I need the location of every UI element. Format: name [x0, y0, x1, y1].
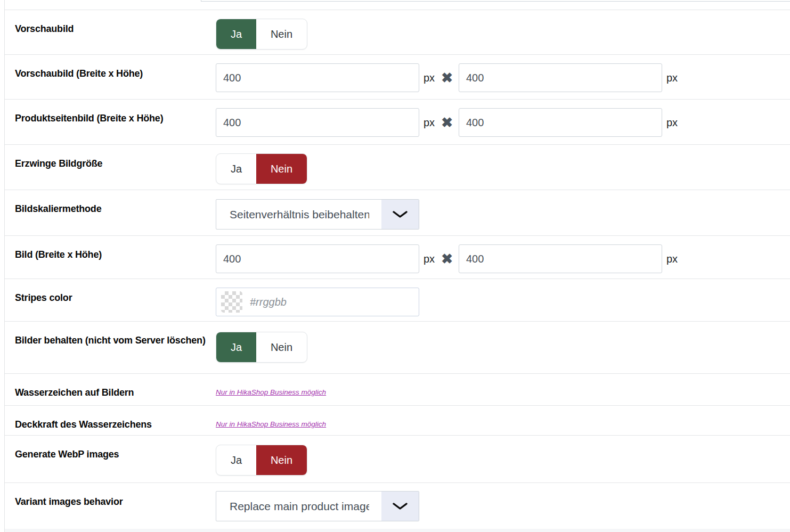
chevron-down-icon [381, 200, 419, 229]
stripes-color-field [216, 288, 419, 316]
unit-label: px [423, 117, 435, 129]
hikashop-image-settings-panel: Vorschaubild Ja Nein Vorschaubild (Breit… [0, 0, 790, 532]
unit-label: px [666, 72, 678, 84]
height-input[interactable] [459, 108, 662, 137]
unit-label: px [423, 253, 435, 265]
toggle-option-yes[interactable]: Ja [216, 445, 256, 475]
previous-setting-input-partial[interactable] [201, 0, 790, 2]
setting-label: Produktseitenbild (Breite x Höhe) [5, 100, 211, 144]
hikashop-business-link[interactable]: Nur in HikaShop Business möglich [216, 388, 326, 396]
setting-label: Variant images behavior [5, 483, 211, 529]
settings-row-vorschaubild: Vorschaubild Ja Nein [5, 10, 790, 55]
unit-label: px [423, 72, 435, 84]
x-icon: ✖ [441, 252, 453, 266]
yes-no-toggle[interactable]: Ja Nein [216, 332, 307, 363]
stripes-color-input[interactable] [242, 288, 419, 316]
width-input[interactable] [216, 63, 419, 92]
chevron-down-icon [381, 492, 419, 521]
scale-method-select[interactable]: Seitenverhältnis beibehalten [216, 199, 419, 230]
settings-row-produktseitenbild-size: Produktseitenbild (Breite x Höhe) px ✖ p… [5, 100, 790, 145]
setting-label: Bildskaliermethode [5, 190, 211, 235]
settings-row-stripes-color: Stripes color [5, 279, 790, 322]
setting-label: Vorschaubild [5, 10, 211, 54]
unit-label: px [666, 253, 678, 265]
hikashop-business-link[interactable]: Nur in HikaShop Business möglich [216, 420, 326, 428]
toggle-option-yes[interactable]: Ja [216, 19, 256, 49]
setting-label: Vorschaubild (Breite x Höhe) [5, 55, 211, 99]
settings-row-wasserzeichen: Wasserzeichen auf Bildern Nur in HikaSho… [5, 374, 790, 406]
settings-row-erzwinge-bildgroesse: Erzwinge Bildgröße Ja Nein [5, 145, 790, 190]
unit-label: px [666, 117, 678, 129]
setting-label: Wasserzeichen auf Bildern [5, 374, 211, 405]
next-section-edge [5, 529, 790, 532]
setting-label: Erzwinge Bildgröße [5, 145, 211, 190]
settings-row-bild-size: Bild (Breite x Höhe) px ✖ px [5, 236, 790, 279]
x-icon: ✖ [441, 116, 453, 129]
toggle-option-no[interactable]: Nein [256, 445, 307, 475]
yes-no-toggle[interactable]: Ja Nein [216, 153, 307, 184]
width-input[interactable] [216, 244, 419, 273]
toggle-option-yes[interactable]: Ja [216, 332, 256, 362]
yes-no-toggle[interactable]: Ja Nein [216, 19, 307, 50]
height-input[interactable] [459, 63, 662, 92]
settings-row-bildskaliermethode: Bildskaliermethode Seitenverhältnis beib… [5, 190, 790, 236]
setting-label: Generate WebP images [5, 436, 211, 482]
toggle-option-no[interactable]: Nein [256, 154, 307, 184]
select-value: Seitenverhältnis beibehalten [230, 208, 369, 221]
yes-no-toggle[interactable]: Ja Nein [216, 445, 307, 476]
setting-label: Stripes color [5, 279, 211, 321]
setting-label: Deckkraft des Wasserzeichens [5, 406, 211, 435]
settings-row-deckkraft-wasserzeichen: Deckkraft des Wasserzeichens Nur in Hika… [5, 406, 790, 436]
settings-row-bilder-behalten: Bilder behalten (nicht vom Server lösche… [5, 322, 790, 374]
setting-label: Bilder behalten (nicht vom Server lösche… [5, 322, 211, 373]
settings-row-variant-images: Variant images behavior Replace main pro… [5, 483, 790, 529]
toggle-option-no[interactable]: Nein [256, 332, 307, 362]
settings-row-generate-webp: Generate WebP images Ja Nein [5, 436, 790, 483]
toggle-option-yes[interactable]: Ja [216, 154, 256, 184]
setting-label: Bild (Breite x Höhe) [5, 236, 211, 279]
width-input[interactable] [216, 108, 419, 137]
select-value: Replace main product image [230, 500, 369, 513]
x-icon: ✖ [441, 71, 453, 85]
previous-row-remnant [5, 0, 790, 10]
settings-row-vorschaubild-size: Vorschaubild (Breite x Höhe) px ✖ px [5, 55, 790, 100]
height-input[interactable] [459, 244, 662, 273]
toggle-option-no[interactable]: Nein [256, 19, 307, 49]
transparency-checker-swatch[interactable] [221, 291, 242, 313]
variant-images-select[interactable]: Replace main product image [216, 491, 419, 521]
